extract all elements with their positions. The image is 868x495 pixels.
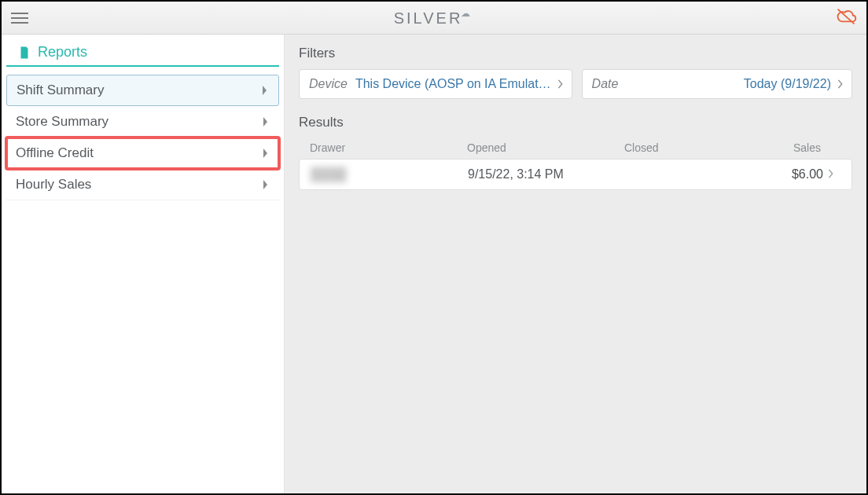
topbar: SILVER☁ bbox=[2, 2, 866, 35]
document-icon bbox=[17, 46, 31, 60]
filter-device[interactable]: Device This Device (AOSP on IA Emulat… bbox=[299, 69, 572, 99]
chevron-right-icon bbox=[262, 179, 270, 190]
sidebar-item-offline-credit[interactable]: Offline Credit bbox=[6, 138, 279, 169]
results-row[interactable]: ████ 9/15/22, 3:14 PM $6.00 bbox=[299, 159, 852, 190]
sidebar-item-label: Store Summary bbox=[16, 114, 108, 130]
col-drawer: Drawer bbox=[310, 141, 467, 154]
results-title: Results bbox=[299, 115, 852, 130]
sidebar-item-store-summary[interactable]: Store Summary bbox=[6, 106, 279, 138]
sidebar-list: Shift Summary Store Summary Offline Cred… bbox=[2, 67, 284, 200]
chevron-right-icon bbox=[262, 148, 270, 159]
chevron-right-icon bbox=[557, 79, 564, 89]
sidebar-item-hourly-sales[interactable]: Hourly Sales bbox=[6, 169, 279, 200]
filter-device-label: Device bbox=[309, 77, 348, 91]
col-sales: Sales bbox=[758, 141, 821, 154]
chevron-right-icon bbox=[261, 85, 269, 96]
col-closed: Closed bbox=[624, 141, 758, 154]
filters-title: Filters bbox=[299, 46, 852, 61]
chevron-right-icon bbox=[837, 79, 844, 89]
chevron-right-icon bbox=[828, 169, 834, 178]
brand-logo: SILVER☁ bbox=[394, 9, 475, 27]
menu-icon[interactable] bbox=[11, 13, 28, 24]
sidebar-item-label: Hourly Sales bbox=[16, 177, 91, 192]
results-header: Drawer Opened Closed Sales bbox=[299, 138, 852, 159]
filter-device-value: This Device (AOSP on IA Emulat… bbox=[355, 77, 551, 91]
sidebar-item-label: Offline Credit bbox=[16, 145, 94, 161]
filter-date-value: Today (9/19/22) bbox=[626, 77, 831, 91]
chevron-right-icon bbox=[262, 116, 270, 127]
main-panel: Filters Device This Device (AOSP on IA E… bbox=[285, 35, 866, 493]
col-opened: Opened bbox=[467, 141, 624, 154]
cell-opened: 9/15/22, 3:14 PM bbox=[468, 167, 625, 182]
cell-drawer: ████ bbox=[311, 167, 468, 182]
sidebar-item-label: Shift Summary bbox=[17, 82, 104, 98]
sidebar-title: Reports bbox=[6, 35, 279, 67]
filter-date-label: Date bbox=[592, 77, 619, 91]
cell-sales: $6.00 bbox=[760, 167, 823, 182]
sidebar: Reports Shift Summary Store Summary Offl… bbox=[2, 35, 285, 493]
cloud-offline-icon bbox=[835, 6, 857, 31]
sidebar-item-shift-summary[interactable]: Shift Summary bbox=[6, 75, 279, 106]
filter-date[interactable]: Date Today (9/19/22) bbox=[582, 69, 852, 99]
